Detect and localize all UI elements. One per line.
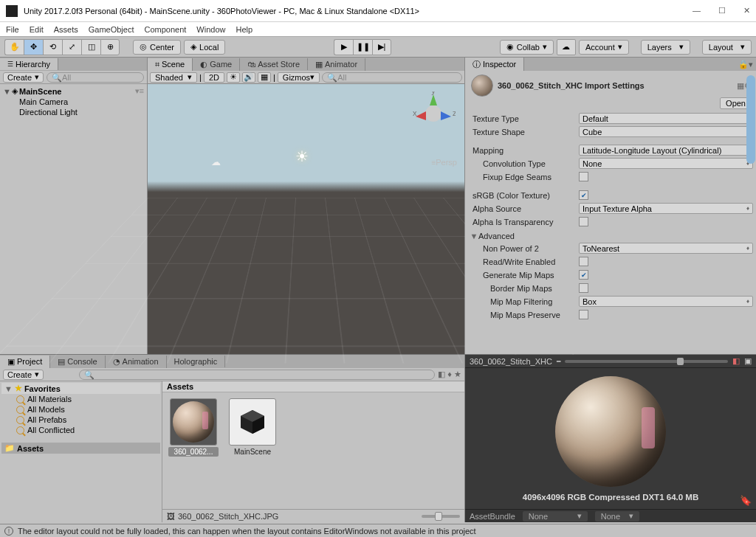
tab-animator[interactable]: ▦Animator (308, 58, 365, 71)
account-dropdown[interactable]: Account ▾ (579, 40, 629, 55)
mipfilter-dropdown[interactable]: Box♦ (579, 296, 753, 307)
hierarchy-search[interactable]: 🔍All (47, 72, 144, 83)
preview-alpha-icon[interactable]: ▣ (744, 356, 752, 366)
svg-marker-2 (441, 111, 451, 120)
fav-all-models[interactable]: All Models (1, 404, 160, 415)
pause-button[interactable]: ❚❚ (353, 39, 372, 55)
scene-search[interactable]: 🔍All (322, 72, 462, 83)
light-gizmo-icon[interactable]: ☀ (295, 148, 309, 165)
orientation-gizmo[interactable]: y z x (411, 91, 456, 136)
tab-hierarchy[interactable]: ☰ Hierarchy (0, 58, 58, 70)
fav-all-prefabs[interactable]: All Prefabs (1, 415, 160, 425)
bordermip-checkbox[interactable] (579, 283, 588, 293)
projection-label[interactable]: ≡Persp (431, 158, 457, 167)
scene-audio-toggle[interactable]: 🔊 (242, 72, 255, 83)
rect-tool[interactable]: ◫ (81, 39, 100, 55)
alpha-source-dropdown[interactable]: Input Texture Alpha♦ (579, 203, 753, 214)
assetbundle-label: AssetBundle (470, 512, 515, 521)
fav-all-materials[interactable]: All Materials (1, 394, 160, 404)
menu-file[interactable]: File (6, 25, 19, 34)
srgb-checkbox[interactable]: ✔ (579, 190, 588, 200)
texture-shape-dropdown[interactable]: Cube♦ (579, 126, 753, 137)
menubar: File Edit Assets GameObject Component Wi… (0, 22, 756, 37)
asset-texture[interactable]: 360_0062... (168, 398, 219, 457)
advanced-foldout[interactable]: ▼Advanced (470, 229, 753, 241)
mapping-dropdown[interactable]: Latitude-Longitude Layout (Cylindrical)♦ (579, 145, 753, 156)
project-search[interactable]: 🔍 (79, 370, 435, 380)
rotate-tool[interactable]: ⟲ (43, 39, 62, 55)
status-bar: ! The editor layout could not be fully l… (0, 524, 756, 537)
tab-game[interactable]: ◐Game (193, 58, 240, 71)
scene-2d-toggle[interactable]: 2D (204, 72, 224, 83)
menu-edit[interactable]: Edit (30, 25, 44, 34)
favorites-header[interactable]: ▼★Favorites (1, 383, 160, 394)
menu-window[interactable]: Window (196, 25, 225, 34)
scale-tool[interactable]: ⤢ (62, 39, 81, 55)
assetbundle-variant-dropdown[interactable]: None▾ (595, 511, 639, 522)
project-tree: ▼★Favorites All Materials All Models All… (0, 381, 162, 522)
minimize-button[interactable]: — (693, 6, 701, 15)
step-button[interactable]: ▶| (372, 39, 391, 55)
pivot-local-toggle[interactable]: ◈ Local (184, 40, 225, 55)
layers-dropdown[interactable]: Layers ▾ (641, 40, 690, 55)
project-create-dropdown[interactable]: Create ▾ (3, 370, 44, 380)
search-icon (16, 426, 24, 434)
menu-component[interactable]: Component (144, 25, 186, 34)
assets-folder[interactable]: 📁Assets (1, 443, 160, 454)
svg-marker-3 (416, 111, 426, 120)
tab-asset-store[interactable]: 🛍Asset Store (240, 58, 308, 70)
texture-type-dropdown[interactable]: Default♦ (579, 113, 753, 124)
warning-icon[interactable]: ! (4, 527, 13, 536)
play-button[interactable]: ▶ (334, 39, 353, 55)
hierarchy-item-camera[interactable]: Main Camera (1, 97, 145, 107)
inspector-scrollbar[interactable] (746, 75, 755, 164)
readwrite-checkbox[interactable] (579, 257, 588, 266)
scene-shading-dropdown[interactable]: Shaded ▾ (150, 72, 197, 83)
menu-assets[interactable]: Assets (54, 25, 78, 34)
npot-dropdown[interactable]: ToNearest♦ (579, 243, 753, 254)
preview-mip-slider[interactable] (565, 360, 728, 363)
menu-gameobject[interactable]: GameObject (89, 25, 134, 34)
scene-panel: ⌗Scene ◐Game 🛍Asset Store ▦Animator Shad… (148, 58, 465, 354)
preview-tag-icon[interactable]: 🔖 (740, 495, 752, 506)
convolution-dropdown[interactable]: None♦ (579, 158, 753, 169)
pivot-center-toggle[interactable]: ◎ Center (133, 40, 181, 55)
layout-dropdown[interactable]: Layout ▾ (702, 40, 752, 55)
move-tool[interactable]: ✥ (24, 39, 43, 55)
search-icon (16, 406, 24, 414)
mippreserve-checkbox[interactable] (579, 310, 588, 319)
hierarchy-scene[interactable]: ▼◈MainScene▾≡ (1, 86, 145, 97)
fixup-checkbox[interactable] (579, 172, 588, 181)
close-button[interactable]: ✕ (743, 6, 750, 15)
camera-gizmo-icon[interactable]: ☁ (211, 156, 221, 167)
scene-viewport[interactable]: ☀ ☁ y z x ≡Persp (148, 84, 464, 354)
hierarchy-item-light[interactable]: Directional Light (1, 107, 145, 117)
tab-inspector[interactable]: ⓘInspector (465, 58, 524, 72)
asset-size-slider[interactable] (422, 515, 460, 518)
file-icon: 🖼 (167, 512, 175, 521)
menu-help[interactable]: Help (236, 25, 252, 34)
preview-rgb-icon[interactable]: ◧ (732, 356, 740, 366)
window-title: Unity 2017.2.0f3 Personal (64bit) - Main… (24, 7, 693, 15)
search-icon (16, 395, 24, 403)
maximize-button[interactable]: ☐ (718, 6, 726, 15)
scene-lighting-toggle[interactable]: ☀ (227, 72, 240, 83)
hierarchy-create-dropdown[interactable]: Create ▾ (3, 72, 44, 83)
collab-dropdown[interactable]: ◉ Collab ▾ (500, 40, 554, 55)
hand-tool[interactable]: ✋ (4, 39, 24, 55)
scene-fx-toggle[interactable]: ▦ (258, 72, 271, 83)
scene-gizmos-dropdown[interactable]: Gizmos ▾ (278, 72, 320, 83)
assetbundle-name-dropdown[interactable]: None▾ (523, 511, 588, 522)
cloud-button[interactable]: ☁ (557, 39, 576, 55)
preview-sphere[interactable] (555, 376, 666, 487)
genmip-checkbox[interactable]: ✔ (579, 270, 588, 280)
project-panel: ▣ Project ▤ Console ◔ Animation Holograp… (0, 355, 465, 522)
asset-scene[interactable]: MainScene (227, 398, 278, 457)
assets-breadcrumb[interactable]: Assets (162, 381, 464, 392)
transform-tool[interactable]: ⊕ (100, 39, 120, 55)
alpha-transparency-checkbox[interactable] (579, 217, 588, 226)
fav-all-conflicted[interactable]: All Conflicted (1, 425, 160, 435)
project-filter-icons[interactable]: ◧ ♦ ★ (438, 370, 461, 379)
inspector-lock-icon[interactable]: 🔒▾ (738, 60, 756, 69)
tab-scene[interactable]: ⌗Scene (148, 58, 193, 71)
